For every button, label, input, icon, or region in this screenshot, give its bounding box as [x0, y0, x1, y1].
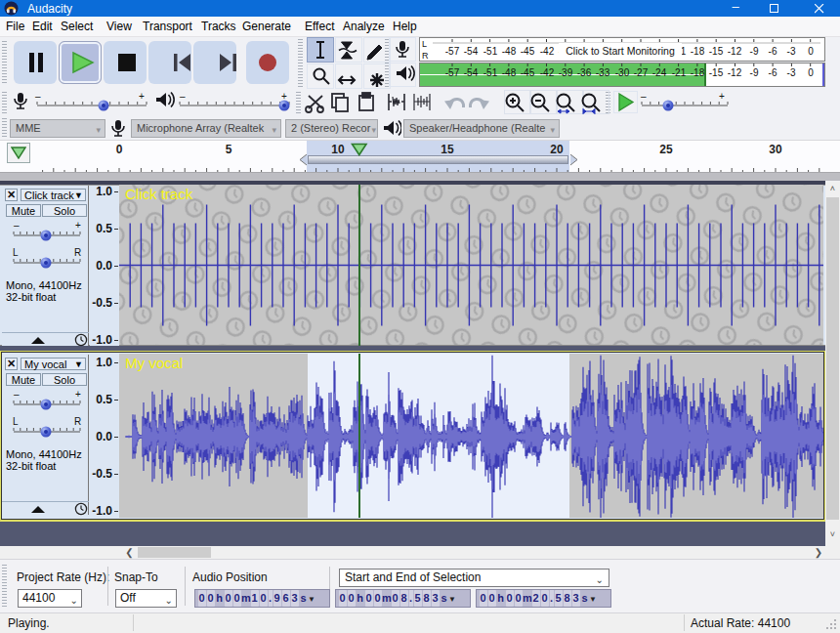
svg-text:–: – [35, 91, 41, 102]
svg-text:+: + [75, 389, 81, 400]
svg-text:–: – [641, 91, 647, 102]
svg-text:+: + [75, 220, 81, 231]
svg-text:+: + [281, 91, 287, 102]
svg-text:R: R [74, 247, 81, 258]
svg-text:–: – [180, 91, 186, 102]
svg-text:–: – [14, 220, 20, 231]
svg-text:R: R [74, 416, 81, 427]
svg-text:L: L [13, 416, 19, 427]
svg-text:+: + [719, 91, 725, 102]
svg-text:L: L [13, 247, 19, 258]
svg-text:+: + [139, 91, 145, 102]
svg-text:–: – [14, 389, 20, 400]
